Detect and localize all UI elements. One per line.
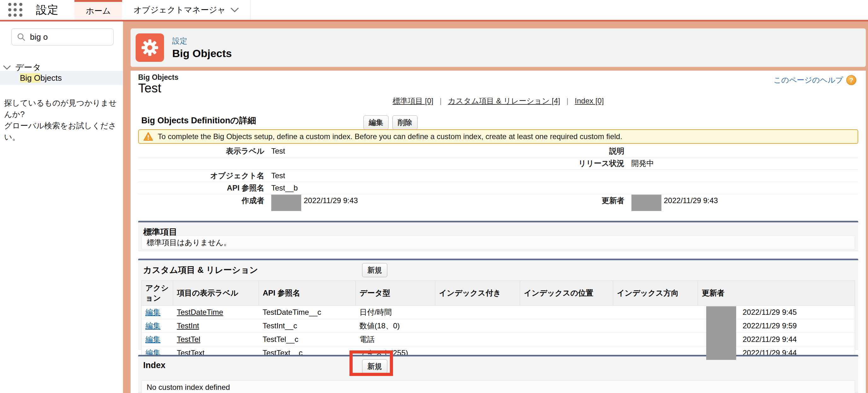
field-label: リリース状況 bbox=[498, 158, 624, 169]
field-value: Test bbox=[264, 147, 285, 155]
sidebar-hint-text: 探しているものが見つかりませんか? グローバル検索をお試しください。 bbox=[4, 97, 123, 143]
edit-button[interactable]: 編集 bbox=[363, 116, 389, 130]
tab-divider bbox=[250, 0, 250, 20]
table-row: 編集 TestTel TestTel__c 電話 2022/11/29 9:44 bbox=[142, 333, 855, 346]
edit-link[interactable]: 編集 bbox=[146, 308, 160, 316]
object-name-title: Test bbox=[138, 81, 161, 95]
detail-section-title: Big Objects Definitionの詳細 bbox=[141, 115, 256, 126]
object-kind-label: Big Objects bbox=[138, 73, 179, 82]
custom-fields-title: カスタム項目 & リレーション bbox=[143, 264, 258, 276]
field-label: 表示ラベル bbox=[138, 146, 264, 156]
quick-find-input[interactable] bbox=[30, 32, 106, 42]
tab-object-manager[interactable]: オブジェクトマネージャ bbox=[122, 0, 250, 20]
index-title: Index bbox=[143, 361, 165, 370]
table-row: 編集 TestInt TestInt__c 数値(18、0) 2022/11/2… bbox=[142, 319, 855, 333]
salesforce-setup-screen: 設定 ホーム オブジェクトマネージャ データ Big Objec bbox=[0, 0, 868, 393]
setup-sidebar: データ Big Objects 探しているものが見つかりませんか? グローバル検… bbox=[0, 22, 123, 393]
warning-icon bbox=[143, 132, 153, 141]
global-header: 設定 ホーム オブジェクトマネージャ bbox=[0, 0, 868, 20]
field-label-link[interactable]: TestTel bbox=[177, 335, 200, 343]
redacted-user-name bbox=[706, 306, 736, 360]
standard-fields-empty-message: 標準項目はありません。 bbox=[141, 236, 855, 249]
field-value: Test__b bbox=[264, 184, 298, 192]
app-name: 設定 bbox=[36, 2, 59, 17]
jump-link-standard-fields[interactable]: 標準項目 [0] bbox=[393, 96, 433, 105]
field-value: 2022/11/29 9:43 bbox=[624, 192, 718, 209]
detail-grid: 表示ラベルTest オブジェクト名Test API 参照名Test__b 作成者… bbox=[138, 145, 858, 207]
redacted-user-name bbox=[631, 194, 661, 211]
field-value: 2022/11/29 9:43 bbox=[264, 192, 358, 209]
table-header-row: アクション 項目の表示ラベル API 参照名 データ型 インデックス付き インデ… bbox=[142, 281, 855, 306]
custom-fields-section: カスタム項目 & リレーション 新規 アクション 項目の表示ラベル API 参照… bbox=[138, 259, 858, 350]
page-title: Big Objects bbox=[172, 47, 232, 60]
help-question-icon: ? bbox=[846, 75, 856, 85]
standard-fields-section: 標準項目 標準項目はありません。 bbox=[138, 221, 858, 251]
custom-fields-new-button[interactable]: 新規 bbox=[362, 263, 387, 277]
field-label: 説明 bbox=[498, 146, 624, 156]
delete-button[interactable]: 削除 bbox=[392, 116, 417, 130]
tab-home[interactable]: ホーム bbox=[74, 0, 122, 20]
page-header-card: 設定 Big Objects bbox=[131, 28, 866, 67]
edit-link[interactable]: 編集 bbox=[146, 322, 160, 330]
warning-message: To complete the Big Objects setup, defin… bbox=[158, 132, 622, 141]
custom-fields-table: アクション 項目の表示ラベル API 参照名 データ型 インデックス付き インデ… bbox=[141, 280, 855, 360]
quick-find-box bbox=[11, 28, 114, 46]
jump-links: 標準項目 [0]|カスタム項目 & リレーション [4]|Index [0] bbox=[131, 96, 866, 106]
table-row: 編集 TestDateTime TestDateTime__c 日付/時間 20… bbox=[142, 306, 855, 319]
breadcrumb-setup-link[interactable]: 設定 bbox=[172, 36, 232, 46]
detail-column-right: 説明 リリース状況開発中 更新者2022/11/29 9:43 bbox=[498, 145, 859, 207]
setup-gear-tile bbox=[135, 33, 164, 62]
field-label-link[interactable]: TestInt bbox=[177, 322, 199, 330]
detail-buttons: 編集 削除 bbox=[363, 116, 417, 130]
field-label: 更新者 bbox=[498, 195, 624, 206]
sidebar-item-label: Big Objects bbox=[20, 73, 62, 83]
main-region: 設定 Big Objects Big Objects Test このページのヘル… bbox=[123, 22, 868, 393]
sidebar-item-big-objects[interactable]: Big Objects bbox=[0, 71, 123, 85]
chevron-down-icon bbox=[3, 65, 11, 70]
chevron-down-icon bbox=[230, 7, 239, 12]
field-label: 作成者 bbox=[138, 195, 264, 206]
app-launcher-icon[interactable] bbox=[8, 3, 23, 17]
field-value: Test bbox=[264, 171, 285, 180]
redacted-user-name bbox=[271, 194, 301, 211]
field-label: オブジェクト名 bbox=[138, 171, 264, 181]
field-label-link[interactable]: TestDateTime bbox=[177, 308, 223, 316]
index-new-button[interactable]: 新規 bbox=[362, 359, 387, 373]
search-icon bbox=[17, 32, 26, 41]
jump-link-index[interactable]: Index [0] bbox=[575, 96, 604, 105]
content-sheet: Big Objects Test このページのヘルプ ? 標準項目 [0]|カス… bbox=[131, 71, 866, 393]
edit-link[interactable]: 編集 bbox=[146, 335, 160, 343]
index-section: Index 新規 No custom index defined bbox=[138, 355, 858, 393]
setup-tabs: ホーム オブジェクトマネージャ bbox=[74, 0, 250, 20]
index-empty-message: No custom index defined bbox=[141, 381, 855, 393]
field-value: 開発中 bbox=[624, 158, 654, 169]
gear-icon bbox=[141, 39, 159, 57]
detail-column-left: 表示ラベルTest オブジェクト名Test API 参照名Test__b 作成者… bbox=[138, 145, 498, 207]
jump-link-custom-fields[interactable]: カスタム項目 & リレーション [4] bbox=[448, 96, 560, 105]
warning-banner: To complete the Big Objects setup, defin… bbox=[138, 129, 858, 144]
field-label: API 参照名 bbox=[138, 183, 264, 193]
page-help-link[interactable]: このページのヘルプ ? bbox=[774, 75, 857, 85]
